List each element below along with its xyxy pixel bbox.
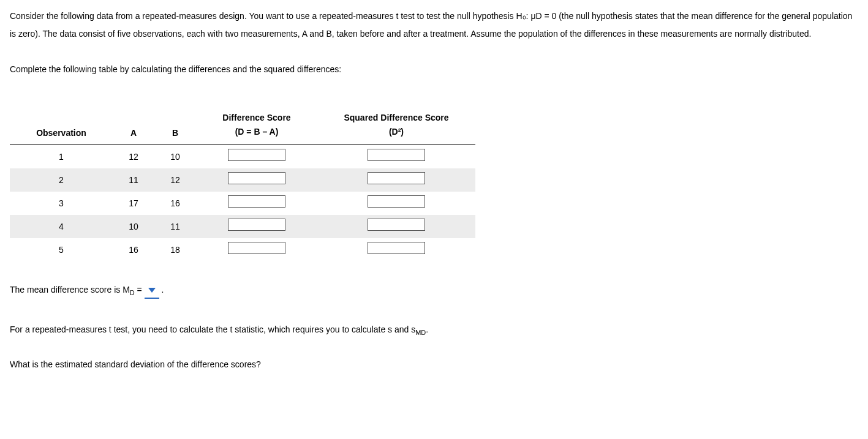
cell-a: 12: [113, 145, 154, 169]
md-eq: =: [135, 285, 145, 295]
mean-difference-line: The mean difference score is MD = .: [10, 283, 858, 299]
sqdiff-input-3[interactable]: [368, 195, 425, 208]
p3-part-b: .: [426, 325, 428, 334]
cell-a: 11: [113, 168, 154, 192]
table-row: 5 16 18: [10, 238, 475, 261]
cell-obs: 1: [10, 145, 113, 169]
p3-sub: MD: [415, 329, 426, 336]
sqdiff-input-4[interactable]: [368, 219, 425, 231]
diff-input-5[interactable]: [228, 242, 285, 254]
md-period: .: [159, 285, 164, 295]
diff-input-2[interactable]: [228, 172, 285, 184]
table-row: 3 17 16: [10, 192, 475, 215]
header-a: A: [113, 124, 154, 145]
header-b: B: [154, 124, 196, 145]
diff-input-4[interactable]: [228, 219, 285, 231]
cell-b: 18: [154, 238, 196, 261]
header-sqdiff-top: Squared Difference Score: [317, 109, 475, 124]
cell-b: 10: [154, 145, 196, 169]
problem-paragraph-4: What is the estimated standard deviation…: [10, 358, 858, 371]
p3-part-a: For a repeated-measures t test, you need…: [10, 325, 415, 334]
cell-b: 12: [154, 168, 196, 192]
cell-a: 17: [113, 192, 154, 215]
cell-obs: 2: [10, 168, 113, 192]
table-row: 1 12 10: [10, 145, 475, 169]
problem-paragraph-1: Consider the following data from a repea…: [10, 7, 858, 43]
md-subscript: D: [130, 289, 135, 296]
chevron-down-icon: [148, 288, 156, 293]
cell-b: 16: [154, 192, 196, 215]
problem-paragraph-2: Complete the following table by calculat…: [10, 61, 858, 78]
cell-b: 11: [154, 215, 196, 238]
md-dropdown[interactable]: [145, 283, 159, 299]
cell-obs: 4: [10, 215, 113, 238]
diff-input-1[interactable]: [228, 149, 285, 161]
cell-a: 10: [113, 215, 154, 238]
data-table: Difference Score Squared Difference Scor…: [10, 109, 475, 261]
problem-paragraph-3: For a repeated-measures t test, you need…: [10, 321, 858, 340]
sqdiff-input-1[interactable]: [368, 149, 425, 161]
header-observation: Observation: [10, 124, 113, 145]
header-diff-sub: (D = B – A): [196, 124, 317, 145]
cell-obs: 5: [10, 238, 113, 261]
md-prefix: The mean difference score is M: [10, 285, 130, 295]
cell-obs: 3: [10, 192, 113, 215]
table-row: 2 11 12: [10, 168, 475, 192]
diff-input-3[interactable]: [228, 195, 285, 208]
header-sqdiff-sub: (D²): [317, 124, 475, 145]
sqdiff-input-2[interactable]: [368, 172, 425, 184]
table-row: 4 10 11: [10, 215, 475, 238]
header-diff-top: Difference Score: [196, 109, 317, 124]
cell-a: 16: [113, 238, 154, 261]
data-table-wrap: Difference Score Squared Difference Scor…: [10, 109, 858, 261]
sqdiff-input-5[interactable]: [368, 242, 425, 254]
